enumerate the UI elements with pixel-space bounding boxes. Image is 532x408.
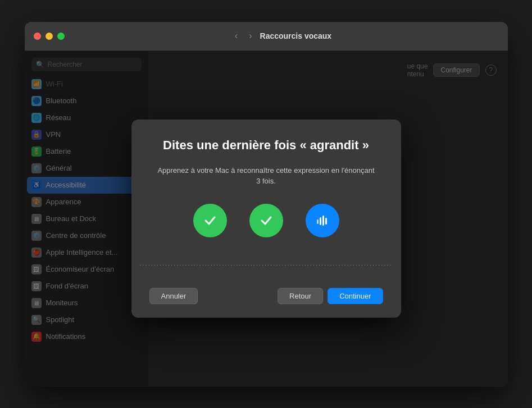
svg-rect-1 xyxy=(320,217,321,225)
maximize-button[interactable] xyxy=(57,33,65,40)
modal-subtitle: Apprenez à votre Mac à reconnaître cette… xyxy=(157,165,374,187)
voice-indicator-2 xyxy=(249,204,283,237)
forward-button[interactable]: › xyxy=(245,30,255,42)
modal-title: Dites une dernière fois « agrandit » xyxy=(163,137,369,154)
modal-dialog: Dites une dernière fois « agrandit » App… xyxy=(131,120,401,318)
back-button[interactable]: ‹ xyxy=(231,30,241,42)
continuer-button[interactable]: Continuer xyxy=(328,288,383,304)
checkmark-icon-2 xyxy=(258,213,274,228)
checkmark-icon-1 xyxy=(202,213,218,228)
content-area: 🔍 📶 Wi-Fi 🔵 Bluetooth 🌐 Réseau 🔒 xyxy=(25,51,508,387)
minimize-button[interactable] xyxy=(46,33,53,40)
btn-group-right: Retour Continuer xyxy=(278,288,383,304)
voice-indicator-3 xyxy=(306,204,339,237)
window-title: Raccourcis vocaux xyxy=(260,31,332,40)
voice-indicators xyxy=(193,204,339,237)
close-button[interactable] xyxy=(34,33,41,40)
modal-overlay: Dites une dernière fois « agrandit » App… xyxy=(25,51,508,387)
main-window: ‹ › Raccourcis vocaux 🔍 📶 Wi-Fi 🔵 Blueto… xyxy=(25,22,508,387)
title-bar: ‹ › Raccourcis vocaux xyxy=(25,22,508,51)
retour-button[interactable]: Retour xyxy=(278,288,323,304)
title-bar-center: ‹ › Raccourcis vocaux xyxy=(65,30,499,42)
waveform-area: ........................................… xyxy=(149,254,383,272)
annuler-button[interactable]: Annuler xyxy=(149,288,198,304)
traffic-lights xyxy=(34,33,65,40)
svg-rect-3 xyxy=(325,218,327,224)
waveform-dots: ........................................… xyxy=(140,260,393,267)
main-area: ue quentenu Configurer ? Dites une derni… xyxy=(148,51,508,387)
microphone-icon xyxy=(315,213,330,228)
voice-indicator-1 xyxy=(193,204,227,237)
modal-buttons: Annuler Retour Continuer xyxy=(149,288,383,304)
svg-rect-2 xyxy=(322,216,324,226)
svg-rect-0 xyxy=(317,219,319,224)
